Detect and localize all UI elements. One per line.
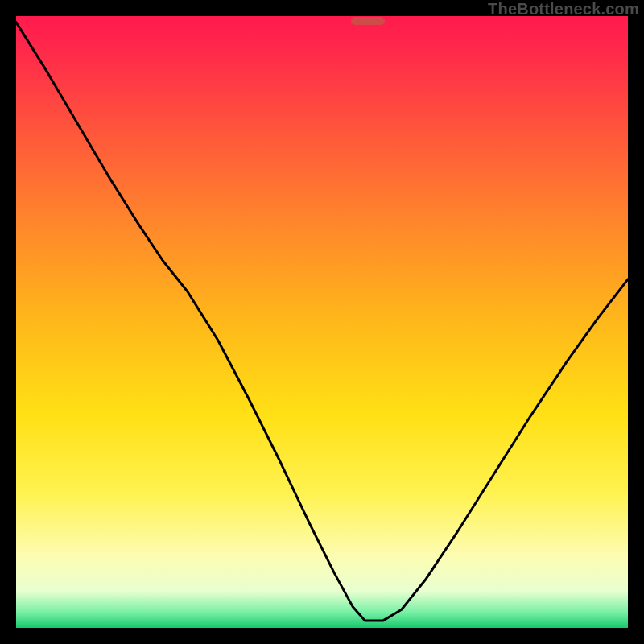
- chart-frame: TheBottleneck.com: [0, 0, 644, 644]
- bottleneck-curve: [16, 16, 628, 628]
- curve-path: [16, 23, 628, 621]
- plot-area: [16, 16, 628, 628]
